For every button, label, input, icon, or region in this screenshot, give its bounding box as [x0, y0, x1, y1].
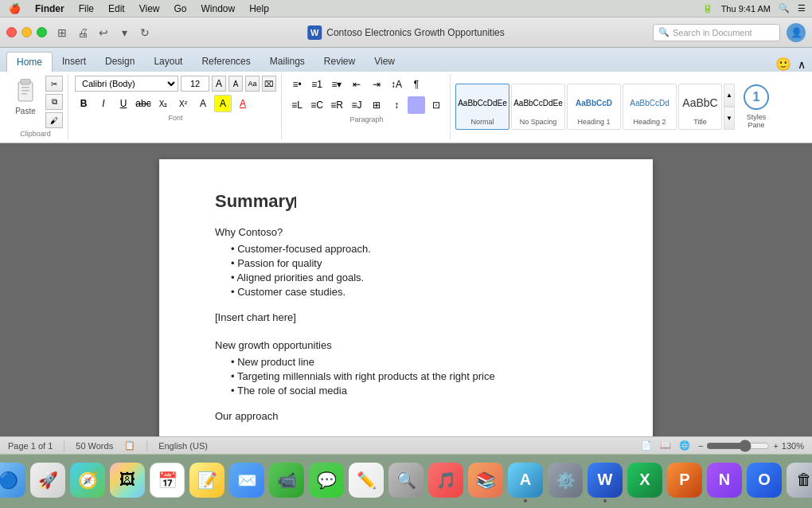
format-painter-button[interactable]: 🖌 — [45, 112, 63, 128]
dock-messages[interactable]: 💬 — [309, 463, 344, 501]
copy-button[interactable]: ⧉ — [45, 94, 63, 110]
tab-insert[interactable]: Insert — [53, 51, 96, 72]
minimize-button[interactable] — [21, 27, 32, 37]
text-highlight-button[interactable]: A — [214, 95, 232, 112]
dock-facetime[interactable]: 📹 — [269, 463, 304, 501]
dock-finder[interactable]: 🔵 — [0, 463, 25, 501]
menubar-file[interactable]: File — [76, 3, 96, 14]
style-title-button[interactable]: AaBbC Title — [678, 84, 722, 130]
bold-button[interactable]: B — [75, 95, 92, 112]
view-web[interactable]: 🌐 — [679, 440, 690, 451]
align-left-button[interactable]: ≡L — [288, 96, 306, 114]
dock-books[interactable]: 📚 — [468, 463, 503, 501]
dock-notes[interactable]: 📝 — [189, 463, 224, 501]
borders-button[interactable]: ⊡ — [427, 96, 445, 114]
collapse-ribbon-button[interactable]: ∧ — [798, 58, 806, 71]
font-color-button[interactable]: A — [234, 95, 252, 112]
print-button[interactable]: 🖨 — [74, 24, 92, 41]
styles-scroll-up[interactable]: ▲ — [724, 84, 735, 107]
dock-excel[interactable]: X — [627, 463, 662, 501]
style-heading1-button[interactable]: AaBbCcD Heading 1 — [567, 84, 621, 130]
tab-review[interactable]: Review — [314, 51, 365, 72]
style-no-spacing-button[interactable]: AaBbCcDdEe No Spacing — [511, 84, 565, 130]
user-profile-button[interactable]: 👤 — [787, 23, 806, 42]
columns-button[interactable]: ⊞ — [368, 96, 385, 114]
language[interactable]: English (US) — [158, 441, 208, 451]
bullets-button[interactable]: ≡• — [288, 76, 306, 93]
emoji-button[interactable]: 🙂 — [775, 57, 791, 72]
line-spacing-button[interactable]: ↕ — [388, 96, 405, 114]
view-read[interactable]: 📖 — [660, 440, 671, 451]
strikethrough-button[interactable]: abc — [135, 95, 152, 112]
styles-scroll-down[interactable]: ▼ — [724, 107, 735, 130]
text-effects-button[interactable]: A — [194, 95, 212, 112]
redo-button[interactable]: ↻ — [136, 24, 154, 41]
apple-menu[interactable]: 🍎 — [6, 3, 23, 14]
sort-button[interactable]: ↕A — [388, 76, 405, 93]
numbering-button[interactable]: ≡1 — [308, 76, 326, 93]
font-name-select[interactable]: Calibri (Body) — [75, 76, 178, 92]
dock-freeform[interactable]: ✏️ — [349, 463, 384, 501]
styles-pane-button[interactable]: 1 StylesPane — [736, 84, 776, 129]
align-center-button[interactable]: ≡C — [308, 96, 326, 114]
undo-button[interactable]: ↩ — [95, 24, 112, 41]
decrease-indent-button[interactable]: ⇤ — [348, 76, 365, 93]
dock-mail[interactable]: ✉️ — [229, 463, 264, 501]
search-icon[interactable]: 🔍 — [779, 3, 790, 14]
tab-layout[interactable]: Layout — [144, 51, 192, 72]
style-normal-button[interactable]: AaBbCcDdEe Normal — [455, 84, 509, 130]
increase-indent-button[interactable]: ⇥ — [368, 76, 385, 93]
font-size-decrease-button[interactable]: A — [228, 76, 243, 92]
dock-outlook[interactable]: O — [747, 463, 782, 501]
style-heading2-button[interactable]: AaBbCcDd Heading 2 — [623, 84, 677, 130]
dock-calendar[interactable]: 📅 — [150, 463, 185, 501]
zoom-slider[interactable] — [706, 440, 770, 452]
show-formatting-button[interactable]: ¶ — [408, 76, 425, 93]
zoom-out-button[interactable]: − — [698, 441, 703, 451]
italic-button[interactable]: I — [95, 95, 112, 112]
tab-references[interactable]: References — [192, 51, 260, 72]
dock-spotlight[interactable]: 🔍 — [388, 463, 424, 501]
font-size-input[interactable]: 12 — [181, 76, 209, 92]
menubar-go[interactable]: Go — [172, 3, 189, 14]
align-right-button[interactable]: ≡R — [328, 96, 345, 114]
menubar-finder[interactable]: Finder — [33, 3, 67, 14]
tab-design[interactable]: Design — [96, 51, 144, 72]
change-case-button[interactable]: Aa — [245, 76, 260, 92]
multilevel-button[interactable]: ≡▾ — [328, 76, 345, 93]
superscript-button[interactable]: X² — [174, 95, 192, 112]
undo-dropdown[interactable]: ▾ — [115, 24, 133, 41]
sidebar-toggle-button[interactable]: ⊞ — [53, 24, 71, 41]
underline-button[interactable]: U — [115, 95, 132, 112]
tab-home[interactable]: Home — [6, 52, 53, 72]
tab-mailings[interactable]: Mailings — [260, 51, 314, 72]
menubar-help[interactable]: Help — [247, 3, 271, 14]
dock-syspref[interactable]: ⚙️ — [548, 463, 583, 501]
dock-trash[interactable]: 🗑 — [787, 463, 812, 501]
paste-button[interactable]: Paste — [8, 76, 43, 117]
clear-formatting-button[interactable]: ⌧ — [262, 76, 276, 92]
menu-icon[interactable]: ☰ — [798, 3, 806, 14]
view-print-layout[interactable]: 📄 — [641, 440, 652, 451]
zoom-in-button[interactable]: + — [773, 441, 778, 451]
shading-button[interactable] — [408, 96, 425, 114]
font-size-increase-button[interactable]: A — [212, 76, 226, 92]
subscript-button[interactable]: X₂ — [154, 95, 172, 112]
close-button[interactable] — [6, 27, 17, 37]
dock-photos[interactable]: 🖼 — [110, 463, 145, 501]
document-area[interactable]: Summary Why Contoso? • Customer-focused … — [0, 143, 812, 436]
document-search[interactable]: 🔍 Search in Document — [653, 24, 780, 41]
justify-button[interactable]: ≡J — [348, 96, 365, 114]
proofing-icon[interactable]: 📋 — [124, 440, 135, 451]
menubar-view[interactable]: View — [137, 3, 162, 14]
tab-view[interactable]: View — [365, 51, 404, 72]
menubar-edit[interactable]: Edit — [106, 3, 127, 14]
dock-launchpad[interactable]: 🚀 — [30, 463, 65, 501]
dock-music[interactable]: 🎵 — [428, 463, 463, 501]
maximize-button[interactable] — [37, 27, 47, 37]
dock-safari[interactable]: 🧭 — [70, 463, 105, 501]
dock-word[interactable]: W — [588, 463, 623, 501]
dock-powerpoint[interactable]: P — [667, 463, 702, 501]
cut-button[interactable]: ✂ — [45, 76, 63, 92]
dock-onenote[interactable]: N — [707, 463, 742, 501]
